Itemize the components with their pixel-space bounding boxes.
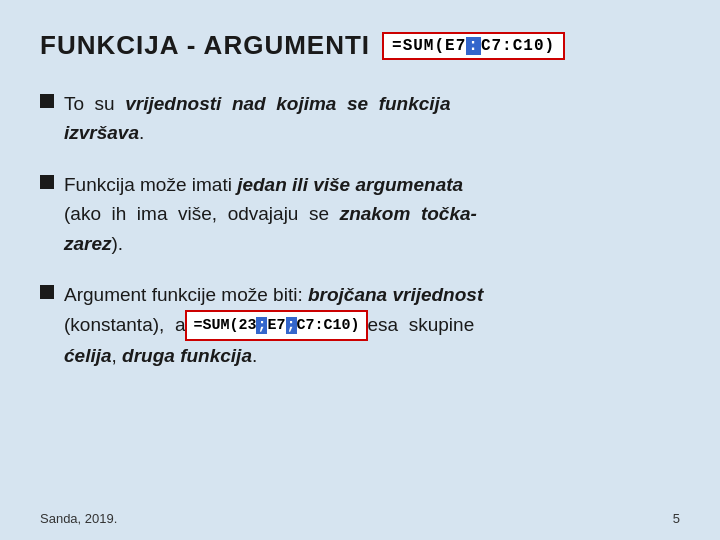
bullet-1: To su vrijednosti nad kojima se funkcija… (40, 89, 680, 148)
footer-author: Sanda, 2019. (40, 511, 117, 526)
slide-title: FUNKCIJA - ARGUMENTI =SUM(E7:C7:C10) (40, 30, 680, 61)
bullet1-emphasis: vrijednosti nad kojima se funkcijaizvrša… (64, 93, 450, 143)
title-formula: =SUM(E7:C7:C10) (382, 32, 565, 60)
footer: Sanda, 2019. 5 (40, 511, 680, 526)
bullet3-emphasis3: druga funkcija (122, 345, 252, 366)
bullet-icon-3 (40, 285, 54, 299)
bullet-icon-2 (40, 175, 54, 189)
bullet3-emphasis2: ćelija (64, 345, 112, 366)
bullet2-emphasis1: jedan ili više argumenata (237, 174, 463, 195)
inline-formula: =SUM(23;E7;C7:C10) (185, 310, 367, 341)
bullet-text-1: To su vrijednosti nad kojima se funkcija… (64, 89, 450, 148)
bullet3-emphasis1: brojčana vrijednost (308, 284, 483, 305)
bullet-icon-1 (40, 94, 54, 108)
slide: FUNKCIJA - ARGUMENTI =SUM(E7:C7:C10) To … (0, 0, 720, 540)
bullet-2: Funkcija može imati jedan ili više argum… (40, 170, 680, 258)
title-text: FUNKCIJA - ARGUMENTI (40, 30, 370, 61)
bullet-3: Argument funkcije može biti: brojčana vr… (40, 280, 680, 370)
bullet-text-3: Argument funkcije može biti: brojčana vr… (64, 280, 483, 370)
bullet-text-2: Funkcija može imati jedan ili više argum… (64, 170, 477, 258)
footer-page: 5 (673, 511, 680, 526)
bullet2-emphasis2: znakom točka-zarez (64, 203, 477, 253)
